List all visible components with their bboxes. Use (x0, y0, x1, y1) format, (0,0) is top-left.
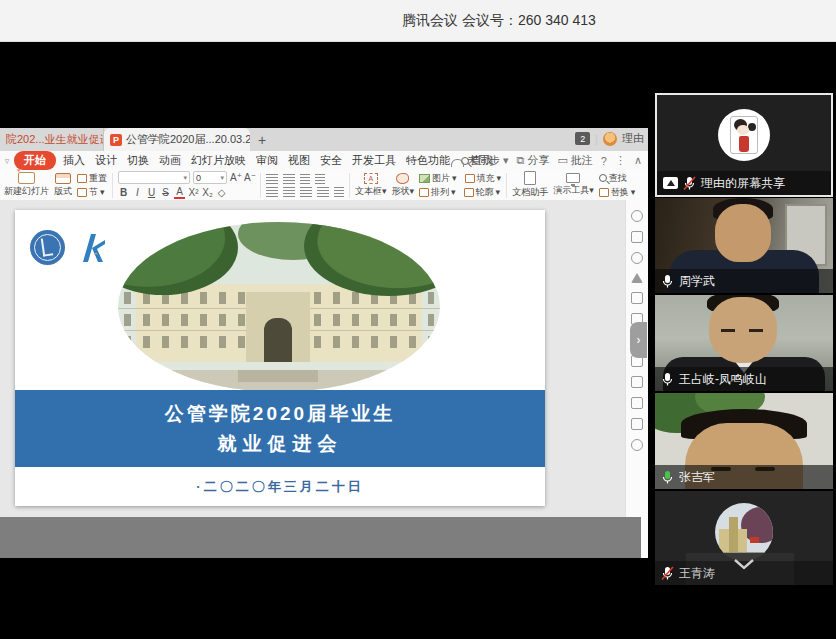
justify-button[interactable] (317, 187, 329, 197)
video-tile-3[interactable]: 王占岐-凤鸣岐山 (655, 295, 833, 391)
text-box-button[interactable]: A 文本框▾ (355, 173, 387, 198)
menu-collapse-icon[interactable]: ▿ (0, 156, 14, 166)
menu-view[interactable]: 视图 (283, 152, 315, 169)
bullet-list-button[interactable] (266, 174, 278, 184)
reset-label: 重置 (89, 172, 107, 185)
doc-assistant-button[interactable]: 文档助手 (512, 171, 548, 199)
wps-window: 院202...业生就业促进会 ▭ ✕ P 公管学院2020届...20.03.2… (0, 128, 648, 558)
user-name: 理由 (622, 131, 644, 146)
audio-icon[interactable] (631, 439, 643, 451)
task-pane-icon[interactable] (631, 210, 643, 222)
strikethrough-button[interactable]: S (160, 187, 171, 198)
share-icon: ⧉ (517, 154, 525, 167)
arrange-button[interactable]: 排列▾ 轮廓▾ (419, 186, 501, 199)
doc-tab-1[interactable]: 院202...业生就业促进会 ▭ ✕ (0, 128, 104, 151)
font-family-combo[interactable]: ▾ (118, 171, 190, 184)
image-pane-icon[interactable] (631, 418, 643, 430)
mic-on-icon (661, 372, 674, 387)
decrease-font-button[interactable]: A⁻ (244, 172, 255, 183)
new-slide-button[interactable]: 新建幻灯片 (4, 172, 49, 198)
menu-design[interactable]: 设计 (90, 152, 122, 169)
replace-label: 替换 (611, 186, 629, 199)
font-color-button[interactable]: A (174, 186, 185, 199)
arrange-icon (419, 188, 429, 197)
doc-tab-2[interactable]: P 公管学院2020届...20.03.20） ▭ (104, 128, 250, 151)
more-menu-icon[interactable]: ⋮ (615, 154, 626, 167)
numbered-list-button[interactable] (283, 174, 295, 184)
menu-review[interactable]: 审阅 (251, 152, 283, 169)
font-size-value: 0 (196, 173, 201, 183)
menu-features[interactable]: 特色功能 (401, 152, 455, 169)
menu-security[interactable]: 安全 (315, 152, 347, 169)
comment-label: 批注 (571, 153, 593, 168)
fill-label[interactable]: 填充 (477, 172, 495, 185)
replace-button[interactable]: 替换▾ (599, 186, 636, 199)
reset-button[interactable]: 重置 (77, 172, 107, 185)
shapes-icon (396, 173, 409, 184)
layout-icon (55, 173, 71, 184)
video-tile-sharer[interactable]: 理由的屏幕共享 (655, 93, 833, 197)
doc-tab-1-label: 院202...业生就业促进会 (6, 132, 104, 147)
wps-side-rail (625, 200, 648, 517)
share-button[interactable]: ⧉ 分享 (517, 153, 550, 168)
align-center-button[interactable] (283, 187, 295, 197)
mic-muted-icon (661, 566, 674, 581)
decrease-indent-button[interactable] (300, 174, 310, 184)
menu-devtools[interactable]: 开发工具 (347, 152, 401, 169)
grid-tool-icon[interactable] (631, 292, 643, 304)
increase-font-button[interactable]: A⁺ (230, 172, 241, 183)
pane-expand-handle[interactable]: › (630, 322, 647, 358)
notification-badge[interactable]: 2 (575, 132, 590, 145)
participant-name: 周学武 (679, 273, 715, 290)
picture-button[interactable]: 图片▾ 填充▾ (419, 172, 501, 185)
menu-transition[interactable]: 切换 (122, 152, 154, 169)
menu-slideshow[interactable]: 幻灯片放映 (186, 152, 251, 169)
section-icon (77, 188, 87, 197)
chevron-down-icon: ▾ (503, 154, 509, 167)
menu-insert[interactable]: 插入 (58, 152, 90, 169)
bold-button[interactable]: B (118, 187, 129, 198)
subscript-button[interactable]: X₂ (202, 187, 213, 198)
video-tile-2[interactable]: 周学武 (655, 198, 833, 293)
collapse-panel-chevron[interactable] (731, 557, 757, 571)
section-button[interactable]: 节▾ (77, 186, 107, 199)
participant-name: 张吉军 (679, 469, 715, 486)
shapes-button[interactable]: 形状▾ (392, 173, 415, 198)
sync-label: 未同步 (467, 153, 500, 168)
video-tile-4[interactable]: 张吉军 (655, 393, 833, 489)
outline-label[interactable]: 轮廓 (476, 186, 494, 199)
underline-button[interactable]: U (146, 187, 157, 198)
present-tools-button[interactable]: 演示工具▾ (553, 173, 594, 197)
export-icon[interactable] (631, 376, 643, 388)
clear-format-button[interactable]: ◇ (216, 187, 227, 198)
seal-tool-icon[interactable] (631, 252, 643, 264)
superscript-button[interactable]: X² (188, 187, 199, 198)
text-box-icon: A (364, 173, 378, 184)
pyramid-tool-icon[interactable] (631, 273, 643, 283)
new-tab-button[interactable]: + (250, 128, 274, 151)
layout-button[interactable]: 版式 (54, 173, 72, 198)
line-spacing-button[interactable] (334, 187, 344, 197)
wps-titlebar-right: 2 | 理由 (575, 131, 644, 146)
mail-icon[interactable] (631, 397, 643, 409)
sharer-avatar (718, 109, 770, 161)
college-logo (75, 230, 111, 266)
italic-button[interactable]: I (132, 187, 143, 198)
collapse-ribbon-icon[interactable]: ∧ (634, 154, 642, 167)
align-left-button[interactable] (266, 187, 278, 197)
participant-name-bar: 周学武 (655, 269, 833, 293)
video-tile-5[interactable]: 王青涛 (655, 491, 833, 585)
share-label: 分享 (527, 153, 549, 168)
user-avatar[interactable] (603, 132, 617, 146)
increase-indent-button[interactable] (315, 174, 325, 184)
mic-muted-icon (683, 176, 696, 191)
slide[interactable]: 公管学院2020届毕业生 就业促进会 ·二〇二〇年三月二十日 (15, 210, 545, 506)
find-button[interactable]: 查找 (599, 172, 636, 185)
align-right-button[interactable] (300, 187, 312, 197)
comment-button[interactable]: ▭ 批注 (557, 153, 592, 168)
help-button[interactable]: ? (601, 155, 607, 167)
menu-animation[interactable]: 动画 (154, 152, 186, 169)
sync-status[interactable]: 未同步 ▾ (451, 153, 509, 168)
copy-pane-icon[interactable] (631, 231, 643, 243)
font-size-combo[interactable]: 0▾ (193, 171, 227, 184)
